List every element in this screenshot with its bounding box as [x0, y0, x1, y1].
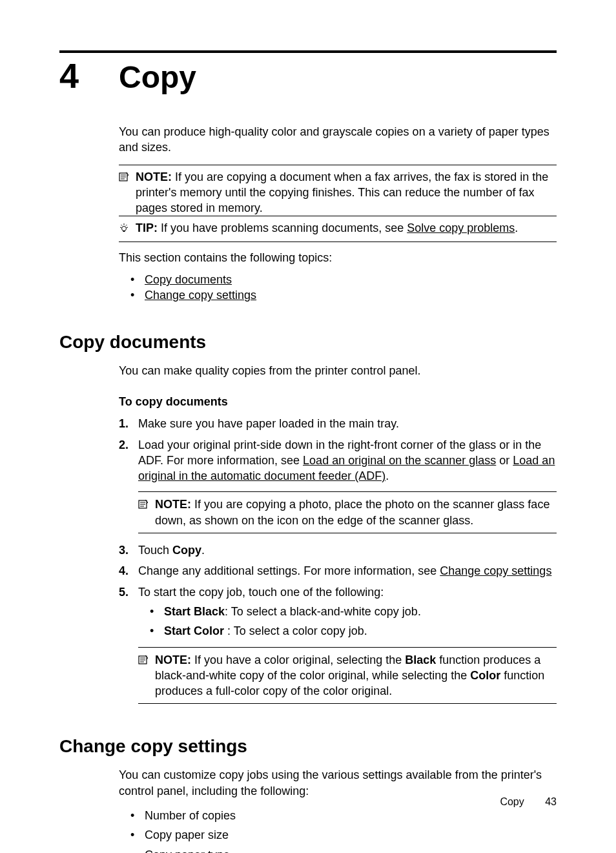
note-text: If you are copying a photo, place the ph…	[155, 498, 549, 526]
note-text-a: If you have a color original, selecting …	[194, 653, 405, 666]
section-heading-copy-documents: Copy documents	[59, 332, 557, 353]
section-heading-change-settings: Change copy settings	[59, 736, 557, 757]
svg-line-9	[121, 225, 123, 226]
step5-text: To start the copy job, touch one of the …	[138, 586, 384, 599]
note-label: NOTE:	[155, 498, 191, 511]
settings-item: Number of copies	[130, 808, 557, 823]
step-content: Touch Copy.	[138, 542, 557, 558]
step5-bullets: Start Black: To select a black-and-white…	[138, 604, 557, 639]
step4-text-a: Change any additional settings. For more…	[138, 564, 440, 577]
tip-content: TIP: If you have problems scanning docum…	[136, 220, 557, 236]
bullet-start-black: Start Black: To select a black-and-white…	[150, 604, 557, 619]
note-icon	[138, 498, 151, 513]
chapter-top-rule	[59, 50, 557, 53]
body-content: You can produce high-quality color and g…	[119, 124, 557, 303]
step-content: Change any additional settings. For more…	[138, 563, 557, 579]
note-content: NOTE: If you are copying a document when…	[136, 169, 557, 216]
tip-label: TIP:	[136, 221, 158, 234]
note-label: NOTE:	[155, 653, 191, 666]
procedure-heading: To copy documents	[119, 394, 557, 409]
toc-link[interactable]: Change copy settings	[145, 289, 256, 302]
svg-line-7	[120, 227, 121, 228]
footer-label: Copy	[500, 796, 524, 807]
chapter-title: Copy	[119, 62, 196, 93]
section2-intro: You can customize copy jobs using the va…	[119, 767, 557, 799]
section2-body: You can customize copy jobs using the va…	[119, 767, 557, 853]
note-bold-color: Color	[470, 669, 500, 682]
tip-icon	[119, 221, 132, 237]
step-content: Load your original print-side down in th…	[138, 437, 557, 537]
step5-note-callout: NOTE: If you have a color original, sele…	[138, 647, 557, 704]
step2-note-content: NOTE: If you are copying a photo, place …	[155, 497, 557, 528]
footer-page-number: 43	[545, 796, 557, 807]
svg-point-4	[122, 227, 127, 231]
step3-text-c: .	[201, 544, 205, 557]
step2-text-c: .	[385, 469, 389, 482]
step-text: Make sure you have paper loaded in the m…	[138, 416, 557, 431]
note-icon	[119, 170, 132, 186]
note-callout: NOTE: If you are copying a document when…	[119, 165, 557, 216]
step3-bold: Copy	[172, 544, 201, 557]
tip-text-after: .	[515, 221, 518, 234]
tip-text-before: If you have problems scanning documents,…	[161, 221, 407, 234]
chapter-number: 4	[59, 58, 119, 93]
svg-rect-5	[123, 231, 125, 232]
step3-text-a: Touch	[138, 544, 172, 557]
bullet-start-color: Start Color : To select a color copy job…	[150, 623, 557, 639]
step2-link1[interactable]: Load an original on the scanner glass	[303, 454, 496, 467]
section1-intro: You can make quality copies from the pri…	[119, 363, 557, 378]
toc-list: Copy documents Change copy settings	[119, 272, 557, 303]
bullet-text: : To select a color copy job.	[224, 624, 367, 637]
step-5: To start the copy job, touch one of the …	[119, 584, 557, 708]
tip-link[interactable]: Solve copy problems	[407, 221, 515, 234]
settings-list: Number of copies Copy paper size Copy pa…	[119, 808, 557, 853]
bullet-bold: Start Color	[164, 624, 224, 637]
step-2: Load your original print-side down in th…	[119, 437, 557, 537]
step2-note-callout: NOTE: If you are copying a photo, place …	[138, 491, 557, 533]
toc-link[interactable]: Copy documents	[145, 273, 232, 286]
step-4: Change any additional settings. For more…	[119, 563, 557, 579]
step-content: To start the copy job, touch one of the …	[138, 584, 557, 708]
note-text: If you are copying a document when a fax…	[136, 170, 548, 215]
note-bold-black: Black	[405, 653, 436, 666]
page-footer: Copy 43	[500, 796, 557, 808]
step-3: Touch Copy.	[119, 542, 557, 558]
step4-link[interactable]: Change copy settings	[440, 564, 551, 577]
toc-item: Copy documents	[130, 272, 557, 287]
intro-paragraph: You can produce high-quality color and g…	[119, 124, 557, 156]
step5-note-content: NOTE: If you have a color original, sele…	[155, 652, 557, 699]
bullet-bold: Start Black	[164, 605, 225, 618]
chapter-header: 4 Copy	[59, 58, 557, 93]
bullet-text: : To select a black-and-white copy job.	[225, 605, 421, 618]
settings-item: Copy paper size	[130, 827, 557, 843]
toc-item: Change copy settings	[130, 287, 557, 303]
svg-line-8	[127, 227, 128, 228]
section1-body: You can make quality copies from the pri…	[119, 363, 557, 708]
note-label: NOTE:	[136, 170, 172, 183]
procedure-list: Make sure you have paper loaded in the m…	[119, 416, 557, 708]
step-1: Make sure you have paper loaded in the m…	[119, 416, 557, 431]
toc-intro: This section contains the following topi…	[119, 250, 557, 265]
step2-text-b: or	[496, 454, 513, 467]
tip-callout: TIP: If you have problems scanning docum…	[119, 216, 557, 242]
settings-item: Copy paper type	[130, 847, 557, 853]
svg-line-10	[126, 225, 127, 226]
note-icon	[138, 653, 151, 669]
